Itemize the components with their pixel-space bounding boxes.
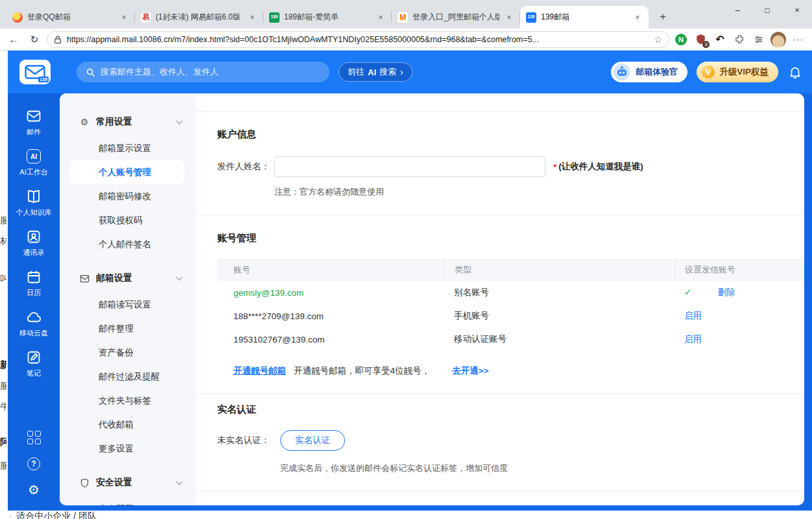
- nav-item-filter-remind[interactable]: 邮件过滤及提醒: [70, 365, 184, 389]
- sidebar-item-contacts[interactable]: 通讯录: [8, 223, 60, 263]
- nav-section-title: 常用设置: [96, 116, 171, 128]
- help-icon[interactable]: ?: [8, 451, 60, 477]
- clipped-text-fragment: 阿: [0, 436, 6, 448]
- account-address: 1953102767@139.com: [217, 335, 444, 344]
- sidebar-item-knowledge-base[interactable]: 个人知识库: [8, 183, 60, 223]
- undo-extension-icon[interactable]: ↶: [712, 32, 728, 47]
- nav-item-security-config[interactable]: 安全配置: [70, 497, 184, 505]
- sidebar-item-ai-workspace[interactable]: AI AI工作台: [8, 143, 60, 183]
- nav-item-password-change[interactable]: 邮箱密码修改: [70, 184, 184, 208]
- chevron-right-icon: ›: [400, 67, 403, 77]
- account-type: 手机账号: [444, 310, 675, 322]
- nav-item-more-settings[interactable]: 更多设置: [70, 437, 184, 461]
- enable-link[interactable]: 启用: [684, 334, 702, 344]
- sender-name-input[interactable]: [274, 156, 545, 177]
- nav-section-common-settings[interactable]: ⚙ 常用设置: [60, 108, 196, 136]
- sidebar-item-mail[interactable]: 邮件: [8, 103, 60, 143]
- mail-app-window: 139 搜索邮件主题、收件人、发件人 前往 AI 搜索 › 邮箱体验官: [8, 51, 812, 511]
- sidebar-item-label: 邮件: [27, 127, 41, 137]
- mail-experience-button[interactable]: 邮箱体验官: [611, 62, 687, 82]
- sidebar-item-notes[interactable]: 笔记: [8, 344, 60, 384]
- chevron-down-icon: [176, 478, 183, 485]
- settings-nav: ⚙ 常用设置 邮箱显示设置 个人账号管理 邮箱密码修改 获取授权码 个人邮件签名…: [60, 93, 196, 505]
- vip-upgrade-button[interactable]: V 升级VIP权益: [697, 62, 778, 82]
- mail-search-input[interactable]: 搜索邮件主题、收件人、发件人: [77, 62, 329, 82]
- clipped-text-fragment: 服: [0, 214, 6, 226]
- back-button[interactable]: ←: [5, 31, 22, 48]
- ali-mail-favicon: M: [398, 12, 408, 23]
- new-tab-button[interactable]: +: [654, 8, 672, 26]
- account-management-title: 账号管理: [217, 232, 804, 245]
- robot-avatar-icon: [614, 64, 630, 80]
- sidebar-item-cloud-drive[interactable]: 移动云盘: [8, 304, 60, 344]
- search-icon: [86, 67, 95, 77]
- tune-icon[interactable]: [751, 32, 767, 47]
- refresh-button[interactable]: ↻: [26, 31, 43, 48]
- tab-close-icon[interactable]: ×: [247, 12, 257, 23]
- profile-avatar[interactable]: [770, 32, 786, 47]
- nav-section-mailbox-settings[interactable]: 邮箱设置: [60, 264, 196, 293]
- account-management-section: 账号管理 账号 类型 设置发信账号 gemsly@139.com 别名账号 ✓: [196, 215, 804, 394]
- 139-mail-logo[interactable]: 139: [19, 60, 51, 84]
- settings-gear-icon[interactable]: ⚙: [8, 477, 60, 503]
- shield-icon: [79, 478, 90, 488]
- delete-link[interactable]: 删除: [718, 287, 735, 297]
- ai-search-button[interactable]: 前往 AI 搜索 ›: [339, 62, 412, 82]
- required-asterisk: *: [553, 162, 556, 172]
- sidebar-item-calendar[interactable]: 日历: [8, 263, 60, 304]
- check-icon: ✓: [684, 287, 692, 297]
- nav-item-proxy-mailbox[interactable]: 代收邮箱: [70, 413, 184, 437]
- realname-title: 实名认证: [217, 404, 804, 416]
- browser-tab-strip: 登录QQ邮箱 × 易 (1封未读) 网易邮箱6.0版 × 189 189邮箱-爱…: [0, 0, 812, 29]
- nav-section-security-settings[interactable]: 安全设置: [60, 468, 196, 497]
- account-address: gemsly@139.com: [217, 288, 444, 298]
- tab-close-icon[interactable]: ×: [376, 12, 386, 23]
- enable-link[interactable]: 启用: [684, 311, 702, 320]
- bookmark-star-icon[interactable]: ☆: [654, 34, 662, 45]
- tab-189-mail[interactable]: 189 189邮箱-爱简单 ×: [263, 6, 392, 29]
- sidebar-item-label: 个人知识库: [16, 208, 52, 217]
- nav-item-folders-tags[interactable]: 文件夹与标签: [70, 389, 184, 413]
- tab-close-icon[interactable]: ×: [632, 12, 643, 23]
- nav-item-display-settings[interactable]: 邮箱显示设置: [70, 136, 184, 160]
- url-text: https://appmail.mail.10086.cn/m7/index.h…: [67, 35, 649, 44]
- open-pretty-number-link[interactable]: 去开通>>: [452, 365, 488, 377]
- nav-item-auth-code[interactable]: 获取授权码: [70, 208, 184, 232]
- nav-item-asset-backup[interactable]: 资产备份: [70, 341, 184, 365]
- realname-status-label: 未实名认证：: [217, 435, 280, 446]
- tab-ali-mail[interactable]: M 登录入口_阿里邮箱个人版 ×: [392, 6, 520, 29]
- adblock-shield-icon[interactable]: 3: [693, 32, 708, 47]
- realname-verify-button[interactable]: 实名认证: [280, 430, 345, 451]
- tab-close-icon[interactable]: ×: [504, 12, 514, 23]
- ai-search-suffix: 搜索: [379, 66, 396, 78]
- table-row: 1953102767@139.com 移动认证账号 启用: [217, 328, 804, 351]
- browser-menu-icon[interactable]: ···: [790, 32, 807, 47]
- col-header-sending-account: 设置发信账号: [675, 259, 804, 281]
- minimize-button[interactable]: –: [722, 0, 752, 21]
- extension-n-icon[interactable]: N: [675, 34, 687, 45]
- nav-item-mail-signature[interactable]: 个人邮件签名: [70, 232, 184, 256]
- tab-netease-mail[interactable]: 易 (1封未读) 网易邮箱6.0版 ×: [135, 6, 263, 29]
- maximize-button[interactable]: □: [752, 0, 782, 21]
- extensions-puzzle-icon[interactable]: [732, 32, 747, 47]
- mail-icon: [25, 108, 42, 124]
- tab-close-icon[interactable]: ×: [119, 12, 129, 23]
- nav-item-readwrite-settings[interactable]: 邮箱读写设置: [70, 293, 184, 317]
- window-close-button[interactable]: ×: [782, 0, 812, 21]
- nav-item-mail-organize[interactable]: 邮件整理: [70, 317, 184, 341]
- ai-search-ai-label: AI: [368, 67, 376, 77]
- ai-search-prefix: 前往: [348, 66, 364, 78]
- apps-grid-icon[interactable]: [8, 424, 60, 451]
- notification-bell-icon[interactable]: [787, 64, 803, 80]
- section-divider: [196, 491, 804, 492]
- pretty-number-link[interactable]: 开通靓号邮箱: [233, 365, 286, 377]
- nav-item-account-management[interactable]: 个人账号管理: [70, 160, 184, 184]
- settings-content: ⚙ 常用设置 邮箱显示设置 个人账号管理 邮箱密码修改 获取授权码 个人邮件签名…: [60, 93, 804, 505]
- search-placeholder: 搜索邮件主题、收件人、发件人: [101, 66, 219, 78]
- realname-note: 完成实名后，你发送的邮件会标记实名认证标签，增加可信度: [280, 463, 804, 474]
- clipped-text-fragment: 服: [0, 380, 6, 391]
- url-input[interactable]: https://appmail.mail.10086.cn/m7/index.h…: [47, 31, 669, 48]
- chevron-down-icon: [176, 274, 183, 280]
- tab-139-mail-active[interactable]: 139 139邮箱 ×: [520, 6, 649, 29]
- tab-qq-mail[interactable]: 登录QQ邮箱 ×: [6, 6, 135, 29]
